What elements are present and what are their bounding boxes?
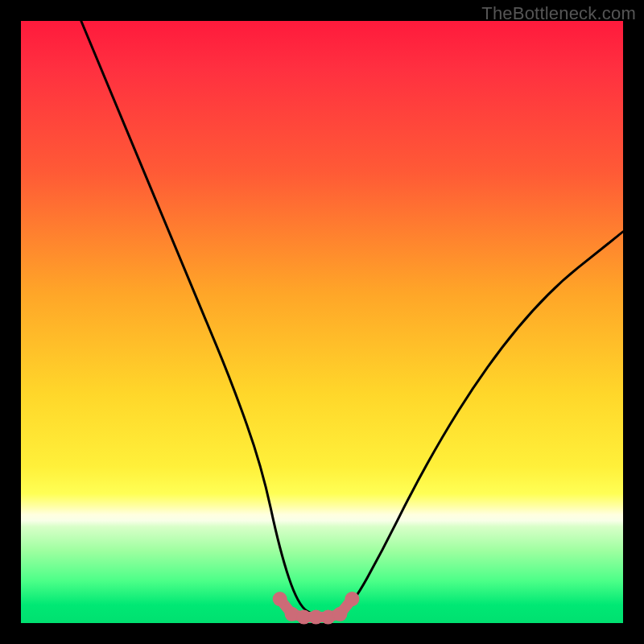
bottleneck-curve	[81, 21, 623, 617]
floor-marker-dot	[345, 592, 359, 606]
curve-layer	[21, 21, 623, 623]
chart-frame: TheBottleneck.com	[0, 0, 644, 644]
floor-marker-dot	[285, 607, 299, 621]
plot-area	[21, 21, 623, 623]
floor-marker-dot	[273, 592, 287, 606]
floor-marker-dot	[320, 610, 335, 625]
floor-marker-dot	[332, 607, 347, 621]
